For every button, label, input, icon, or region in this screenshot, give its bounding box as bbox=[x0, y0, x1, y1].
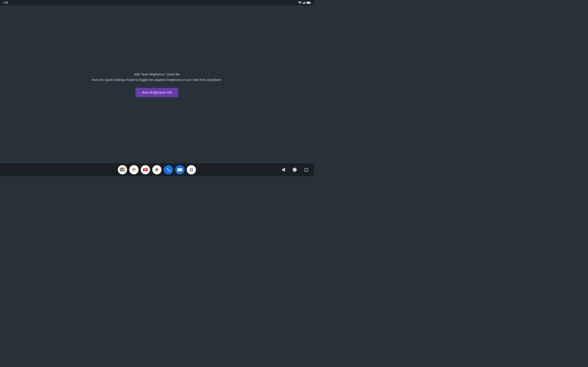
wifi-icon bbox=[298, 1, 302, 4]
svg-point-24 bbox=[192, 168, 193, 169]
svg-point-20 bbox=[181, 169, 181, 170]
nav-buttons bbox=[281, 168, 308, 172]
back-triangle-icon bbox=[281, 168, 285, 172]
svg-point-16 bbox=[165, 167, 172, 173]
nav-bar bbox=[0, 163, 314, 176]
svg-rect-2 bbox=[304, 2, 304, 4]
svg-point-29 bbox=[191, 170, 192, 171]
description-text: Add "Auto Brightness" Quick tile from th… bbox=[92, 72, 222, 83]
svg-rect-4 bbox=[305, 2, 305, 4]
status-bar: 7:26 bbox=[0, 0, 314, 6]
back-button[interactable] bbox=[281, 168, 285, 172]
description-line2: from the Quick Settings Panel to toggle … bbox=[92, 77, 222, 82]
app-gmail[interactable] bbox=[118, 165, 127, 174]
status-icons bbox=[298, 1, 311, 4]
app-more[interactable] bbox=[187, 165, 196, 174]
recent-button[interactable] bbox=[304, 168, 308, 172]
svg-point-25 bbox=[190, 169, 191, 170]
main-content: Add "Auto Brightness" Quick tile from th… bbox=[0, 6, 314, 163]
signal-icon bbox=[303, 1, 305, 4]
svg-point-27 bbox=[192, 169, 193, 170]
app-phone[interactable] bbox=[164, 165, 173, 174]
app-youtube[interactable] bbox=[141, 165, 150, 174]
svg-point-11 bbox=[133, 169, 135, 170]
app-chrome[interactable] bbox=[129, 165, 138, 174]
svg-point-18 bbox=[179, 169, 179, 170]
svg-rect-6 bbox=[311, 2, 311, 3]
home-button[interactable] bbox=[293, 168, 297, 172]
dock-apps bbox=[118, 165, 196, 174]
svg-point-30 bbox=[192, 170, 193, 171]
app-messages[interactable] bbox=[175, 165, 184, 174]
home-circle-icon bbox=[293, 168, 297, 172]
description-line1: Add "Auto Brightness" Quick tile bbox=[92, 72, 222, 77]
svg-point-23 bbox=[191, 168, 192, 169]
battery-icon bbox=[306, 2, 311, 4]
svg-point-22 bbox=[190, 168, 191, 169]
svg-point-19 bbox=[180, 169, 180, 170]
svg-rect-7 bbox=[307, 2, 310, 3]
svg-rect-0 bbox=[303, 3, 303, 4]
status-time: 7:26 bbox=[3, 1, 8, 4]
svg-rect-3 bbox=[304, 2, 305, 4]
svg-point-26 bbox=[191, 169, 192, 170]
recent-square-icon bbox=[304, 168, 308, 172]
svg-rect-1 bbox=[303, 2, 304, 4]
svg-point-28 bbox=[190, 170, 191, 171]
app-photos[interactable] bbox=[152, 165, 162, 174]
auto-brightness-button[interactable]: Auto Brightness ON bbox=[136, 88, 178, 97]
